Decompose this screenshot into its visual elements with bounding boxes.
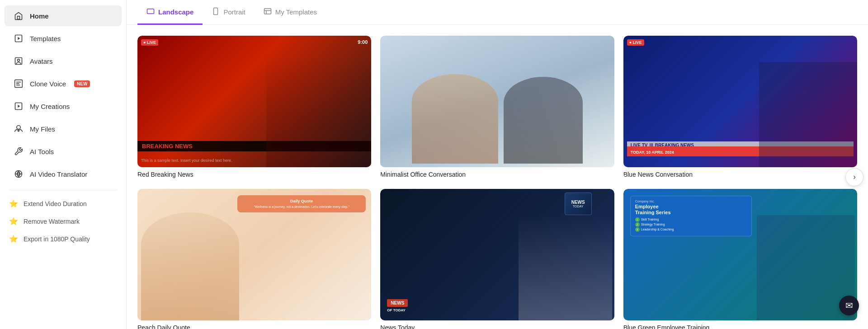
upgrade-item-label: Remove Watermark — [24, 218, 80, 225]
my-creations-icon — [14, 101, 24, 111]
template-grid: ● LIVE BREAKING NEWS This is a sample te… — [137, 36, 857, 329]
sidebar-item-home[interactable]: Home — [5, 5, 122, 26]
sidebar-item-my-files[interactable]: My Files — [5, 118, 122, 139]
svg-marker-2 — [18, 37, 20, 40]
sidebar-item-label-clone-voice: Clone Voice — [30, 80, 66, 88]
templates-icon — [14, 33, 24, 43]
home-icon — [14, 11, 24, 21]
template-card-blue-news-conversation[interactable]: ● LIVE LIVE TV ||| BREAKING NEWS TODAY, … — [623, 36, 857, 178]
gold-star-icon: ⭐ — [9, 235, 18, 243]
upgrade-item-export-1080p[interactable]: ⭐ Export in 1080P Quality — [0, 230, 126, 248]
tab-icon-landscape — [146, 7, 155, 17]
template-title-red-breaking-news: Red Breaking News — [137, 171, 371, 178]
sidebar-item-avatars[interactable]: Avatars — [5, 51, 122, 71]
template-thumb-blue-news-conversation: ● LIVE LIVE TV ||| BREAKING NEWS TODAY, … — [623, 36, 857, 167]
ai-tools-icon — [14, 146, 24, 156]
template-thumb-blue-green-employee: Company Inc. EmployeeTraining Series 1Sk… — [623, 189, 857, 320]
sidebar-item-label-home: Home — [30, 12, 49, 20]
template-thumb-news-today: NEWS TODAY NEWS OF TODAY — [380, 189, 614, 320]
ai-video-translator-icon — [14, 169, 24, 179]
new-badge: NEW — [74, 80, 90, 87]
tab-icon-my-templates — [264, 7, 272, 17]
upgrade-item-label: Extend Video Duration — [24, 200, 87, 207]
chat-fab-button[interactable]: ✉ — [839, 296, 859, 315]
gold-star-icon: ⭐ — [9, 217, 18, 226]
tabs-bar: Landscape Portrait My Templates — [127, 0, 868, 25]
sidebar-item-label-templates: Templates — [30, 35, 61, 42]
template-title-minimalist-office: Minimalist Office Conversation — [380, 171, 614, 178]
gold-star-icon: ⭐ — [9, 199, 18, 208]
template-thumb-minimalist-office — [380, 36, 614, 167]
sidebar-item-ai-tools[interactable]: AI Tools — [5, 141, 122, 162]
template-card-blue-green-employee[interactable]: Company Inc. EmployeeTraining Series 1Sk… — [623, 189, 857, 329]
live-badge: ● LIVE — [141, 39, 158, 46]
template-card-news-today[interactable]: NEWS TODAY NEWS OF TODAY News Today — [380, 189, 614, 329]
next-button[interactable]: › — [845, 168, 863, 186]
upgrade-item-extend-video[interactable]: ⭐ Extend Video Duration — [0, 195, 126, 212]
tab-my-templates[interactable]: My Templates — [255, 0, 326, 25]
template-thumb-peach-daily-quote: Daily Quote "Wellness is a journey, not … — [137, 189, 371, 320]
my-files-icon — [14, 124, 24, 134]
template-title-blue-news-conversation: Blue News Conversation — [623, 171, 857, 178]
sidebar: Home Templates Avatars Clone Voice NEW M… — [0, 0, 127, 329]
sidebar-item-my-creations[interactable]: My Creations — [5, 96, 122, 117]
sidebar-item-label-ai-video-translator: AI Video Translator — [30, 170, 87, 178]
svg-rect-17 — [264, 9, 271, 14]
avatars-icon — [14, 56, 24, 66]
template-title-news-today: News Today — [380, 324, 614, 329]
tab-label-portrait: Portrait — [223, 8, 245, 16]
main-content: Landscape Portrait My Templates ● LIVE B… — [127, 0, 868, 329]
template-thumb-red-breaking-news: ● LIVE BREAKING NEWS This is a sample te… — [137, 36, 371, 167]
template-title-peach-daily-quote: Peach Daily Quote — [137, 324, 371, 329]
sidebar-item-templates[interactable]: Templates — [5, 28, 122, 49]
svg-rect-0 — [18, 16, 20, 19]
tab-label-my-templates: My Templates — [275, 8, 317, 16]
sidebar-item-label-my-files: My Files — [30, 125, 55, 133]
upgrade-item-label: Export in 1080P Quality — [24, 235, 90, 243]
upgrade-item-remove-watermark[interactable]: ⭐ Remove Watermark — [0, 212, 126, 230]
sidebar-item-label-my-creations: My Creations — [30, 103, 70, 110]
tab-label-landscape: Landscape — [158, 8, 193, 16]
svg-rect-15 — [147, 9, 154, 14]
template-grid-area: ● LIVE BREAKING NEWS This is a sample te… — [127, 25, 868, 329]
tab-portrait[interactable]: Portrait — [203, 0, 254, 25]
template-card-minimalist-office[interactable]: Minimalist Office Conversation — [380, 36, 614, 178]
svg-point-4 — [18, 59, 20, 61]
template-card-red-breaking-news[interactable]: ● LIVE BREAKING NEWS This is a sample te… — [137, 36, 371, 178]
svg-rect-16 — [214, 8, 218, 14]
svg-point-11 — [17, 126, 20, 129]
sidebar-item-clone-voice[interactable]: Clone Voice NEW — [5, 73, 122, 94]
live-badge-2: ● LIVE — [627, 39, 644, 46]
tab-icon-portrait — [212, 7, 220, 17]
template-card-peach-daily-quote[interactable]: Daily Quote "Wellness is a journey, not … — [137, 189, 371, 329]
template-title-blue-green-employee: Blue Green Employee Training — [623, 324, 857, 329]
svg-marker-10 — [18, 105, 20, 108]
clone-voice-icon — [14, 79, 24, 89]
sidebar-divider — [9, 190, 117, 190]
tab-landscape[interactable]: Landscape — [137, 0, 203, 25]
sidebar-item-label-ai-tools: AI Tools — [30, 148, 54, 155]
sidebar-item-ai-video-translator[interactable]: AI Video Translator — [5, 164, 122, 184]
sidebar-item-label-avatars: Avatars — [30, 57, 53, 65]
